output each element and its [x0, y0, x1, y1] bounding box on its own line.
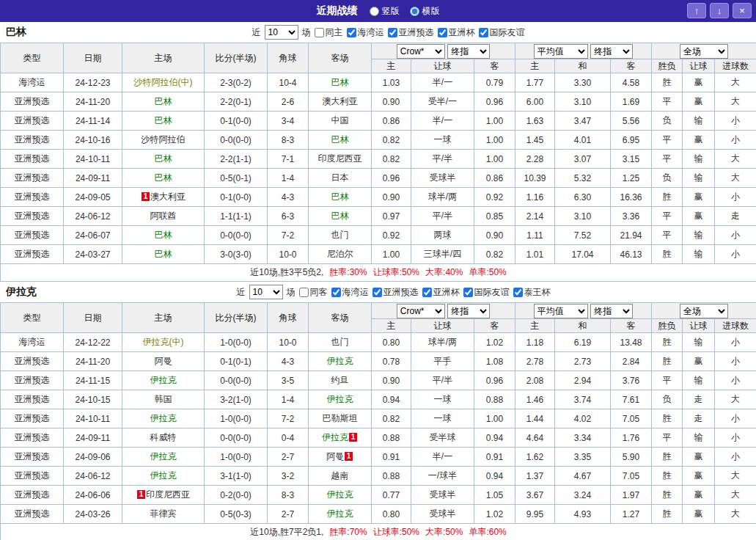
filter-checkbox[interactable]: [388, 28, 397, 37]
recent-count-select[interactable]: 10: [249, 285, 283, 299]
filter-checkbox[interactable]: [479, 28, 488, 37]
layout-radio-vertical[interactable]: 竖版: [370, 5, 400, 18]
matches-table: 类型日期主场比分(半场)角球客场Crow* 终指平均值 终指全场主让球客主和客胜…: [0, 302, 756, 540]
league-badge: 亚洲预选: [1, 112, 64, 131]
team-text: 阿联酋: [150, 211, 177, 221]
layout-radio-vertical-input[interactable]: [370, 7, 379, 16]
away-team-cell: 澳大利亚: [309, 92, 372, 112]
match-row: 亚洲预选24-09-11巴林0-5(0-1)1-4日本0.96受球半0.8610…: [1, 169, 756, 188]
team-text: 巴林: [155, 172, 172, 183]
filter-check-0-1[interactable]: 海湾运: [347, 26, 384, 39]
score-cell: 1-0(0-0): [205, 409, 268, 428]
odds-cell: 4.67: [555, 467, 611, 486]
corners-cell: 2-6: [268, 92, 309, 112]
filter-label: 亚洲预选: [399, 26, 434, 39]
odds-cell: 0.94: [474, 467, 515, 486]
odds-cell: 4.64: [515, 428, 555, 448]
result-cell: 走: [683, 390, 715, 409]
filter-checkbox[interactable]: [315, 28, 324, 37]
odds-source-select[interactable]: 平均值: [534, 304, 588, 318]
filter-check-1-0[interactable]: 同客: [299, 286, 328, 299]
team-text: 阿曼: [155, 356, 172, 366]
match-date: 24-09-06: [64, 448, 122, 467]
odds-source-select[interactable]: 终指: [447, 44, 490, 59]
odds-cell: 一球: [411, 409, 474, 428]
league-badge: 亚洲预选: [1, 486, 64, 505]
match-date: 24-10-11: [64, 150, 122, 169]
league-badge: 亚洲预选: [1, 169, 64, 188]
home-team-cell: 沙特阿拉伯(中): [122, 73, 205, 92]
home-team-cell: 巴林: [122, 169, 205, 188]
league-badge: 亚洲预选: [1, 448, 64, 467]
filter-check-0-0[interactable]: 同主: [315, 26, 343, 39]
home-team-cell: 巴林: [122, 226, 205, 245]
filter-checkbox[interactable]: [463, 288, 473, 297]
result-cell: 胜: [652, 409, 683, 428]
odds-source-select[interactable]: 终指: [590, 44, 633, 59]
odds-source-select[interactable]: Crow*: [397, 304, 445, 318]
odds-cell: 平/半: [411, 371, 474, 390]
odds-source-select[interactable]: 终指: [447, 304, 490, 318]
odds-group-header: 全场: [652, 43, 756, 59]
corners-cell: 0-4: [268, 428, 309, 448]
odds-source-select[interactable]: 终指: [590, 304, 633, 318]
sub-column-header: 让球: [683, 319, 715, 333]
filter-check-1-2[interactable]: 亚洲预选: [373, 286, 419, 299]
filter-check-1-3[interactable]: 亚洲杯: [422, 286, 460, 299]
result-cell: 胜: [652, 245, 683, 264]
odds-source-select[interactable]: 全场: [680, 44, 728, 59]
window-controls: ↑ ↓ ×: [687, 3, 752, 18]
scroll-up-button[interactable]: ↑: [687, 3, 706, 18]
score-cell: 3-0(3-0): [205, 245, 268, 264]
scroll-down-button[interactable]: ↓: [710, 3, 729, 18]
column-header: 类型: [1, 303, 64, 333]
sub-column-header: 进球数: [715, 319, 756, 333]
odds-source-select[interactable]: 全场: [680, 304, 728, 318]
odds-cell: 0.90: [372, 188, 411, 207]
team-text: 伊拉克: [322, 432, 348, 442]
odds-cell: 3.74: [555, 390, 611, 409]
odds-cell: 10.39: [515, 169, 555, 188]
odds-cell: 2.73: [555, 352, 611, 371]
filter-checkbox[interactable]: [422, 288, 432, 297]
filter-checkbox[interactable]: [347, 28, 356, 37]
result-cell: 大: [715, 92, 756, 112]
filter-checkbox[interactable]: [373, 288, 382, 297]
filter-check-0-4[interactable]: 国际友谊: [479, 26, 525, 39]
result-cell: 小: [715, 371, 756, 390]
odds-source-select[interactable]: 平均值: [534, 44, 588, 59]
away-team-cell: 伊拉克: [309, 352, 372, 371]
column-header: 日期: [64, 303, 122, 333]
recent-count-select[interactable]: 10: [265, 25, 298, 40]
odds-cell: 1.69: [611, 92, 652, 112]
filter-check-1-4[interactable]: 国际友谊: [463, 286, 510, 299]
score-cell: 1-0(0-0): [205, 448, 268, 467]
filter-checkbox[interactable]: [331, 288, 341, 297]
filter-check-1-1[interactable]: 海湾运: [331, 286, 369, 299]
filter-checkbox[interactable]: [438, 28, 447, 37]
home-team-cell: 菲律宾: [122, 505, 205, 524]
filter-checkbox[interactable]: [299, 288, 309, 297]
close-button[interactable]: ×: [733, 3, 752, 18]
score-cell: 0-5(0-1): [205, 169, 268, 188]
section-header: 巴林近10场同主海湾运亚洲预选亚洲杯国际友谊: [0, 22, 756, 43]
layout-radio-horizontal-input[interactable]: [410, 7, 419, 16]
filter-check-0-3[interactable]: 亚洲杯: [438, 26, 475, 39]
match-date: 24-11-20: [64, 92, 122, 112]
filter-checkbox[interactable]: [513, 288, 523, 297]
sub-column-header: 和: [555, 319, 611, 333]
result-cell: 胜: [652, 467, 683, 486]
filter-label: 同主: [326, 26, 343, 39]
odds-source-select[interactable]: Crow*: [397, 44, 445, 59]
layout-radio-vertical-label: 竖版: [382, 5, 400, 18]
layout-radio-horizontal[interactable]: 横版: [410, 5, 440, 18]
odds-cell: 3.76: [611, 371, 652, 390]
score-cell: 0-2(0-0): [205, 486, 268, 505]
result-cell: 大: [715, 486, 756, 505]
corners-cell: 4-3: [268, 352, 309, 371]
filter-check-1-5[interactable]: 泰王杯: [513, 286, 551, 299]
league-badge: 亚洲预选: [1, 226, 64, 245]
summary-stat: 胜率:70%: [329, 527, 367, 537]
filter-check-0-2[interactable]: 亚洲预选: [388, 26, 434, 39]
sub-column-header: 和: [555, 59, 611, 73]
